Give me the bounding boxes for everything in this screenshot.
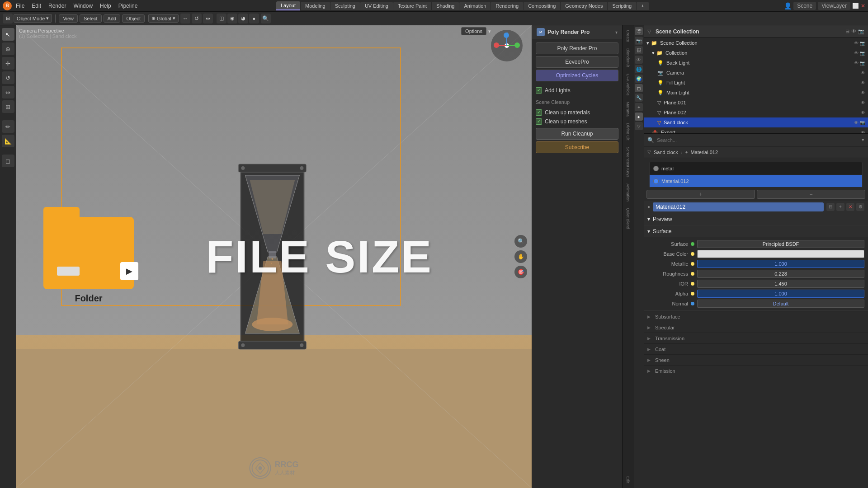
add-lights-row[interactable]: ✓ Add Lights (536, 86, 618, 95)
object-mode-dropdown[interactable]: Object Mode ▾ (14, 14, 52, 23)
eeveepro-btn[interactable]: EeveePro (536, 56, 618, 68)
camera-eye[interactable]: 👁 (861, 70, 865, 75)
props-scene-icon[interactable]: 🎬 (635, 27, 643, 35)
cleanup-meshes-row[interactable]: ✓ Clean up meshes (536, 117, 618, 126)
outliner-item-collection[interactable]: ▾ 📁 Collection 👁 📷 (644, 48, 868, 58)
zoom-btn[interactable]: 🔍 (514, 235, 527, 248)
mat-delete-btn[interactable]: ✕ (846, 203, 854, 211)
maximize-icon[interactable]: ⬜ (852, 3, 859, 9)
strip-create[interactable]: Create (625, 27, 631, 45)
tab-add[interactable]: + (637, 2, 648, 10)
measure-tool[interactable]: 📐 (2, 135, 14, 147)
backlight-render[interactable]: 📷 (860, 61, 865, 66)
tab-sculpting[interactable]: Sculpting (330, 2, 360, 10)
emission-row[interactable]: ▶ Emission (644, 365, 868, 376)
strip-blenderkit[interactable]: BlenderKit (625, 46, 631, 70)
outliner-filter-btn[interactable]: ⊟ (845, 28, 849, 34)
props-world-icon[interactable]: 🌍 (635, 75, 643, 83)
object-btn[interactable]: Object (122, 14, 145, 23)
filter-icon[interactable]: ▾ (862, 137, 864, 143)
sandclock-eye[interactable]: 👁 (854, 120, 859, 125)
props-output-icon[interactable]: 🖼 (635, 46, 643, 54)
tab-layout[interactable]: Layout (276, 1, 300, 10)
tab-geometry-nodes[interactable]: Geometry Nodes (561, 2, 607, 10)
material-search-input[interactable] (657, 137, 859, 143)
strip-animation[interactable]: Animation (625, 181, 631, 204)
solid-btn[interactable]: ◉ (227, 14, 237, 23)
strip-marama[interactable]: Marama (625, 99, 631, 119)
select-tool[interactable]: ↖ (2, 28, 14, 41)
strip-ufa-vehicle[interactable]: UFA Vehicle (625, 71, 631, 99)
add-lights-checkbox[interactable]: ✓ (536, 87, 542, 94)
props-render-icon[interactable]: 📷 (635, 37, 643, 45)
add-btn[interactable]: Add (104, 14, 121, 23)
cleanup-meshes-checkbox[interactable]: ✓ (536, 118, 542, 125)
export-eye[interactable]: 👁 (861, 130, 865, 134)
close-icon[interactable]: ✕ (861, 3, 865, 9)
metallic-value[interactable]: 1.000 (697, 260, 864, 268)
menu-file[interactable]: File (13, 2, 28, 10)
poly-render-header[interactable]: P Poly Render Pro ▾ (532, 25, 622, 39)
tab-texture-paint[interactable]: Texture Paint (393, 2, 431, 10)
strip-screencast[interactable]: Screencast Keys (625, 144, 631, 180)
outliner-item-camera[interactable]: 📷 Camera 👁 (644, 68, 868, 78)
mainlight-eye[interactable]: 👁 (861, 90, 865, 95)
sheen-row[interactable]: ▶ Sheen (644, 354, 868, 365)
outliner-item-plane001[interactable]: ▽ Plane.001 👁 (644, 98, 868, 108)
specular-row[interactable]: ▶ Specular (644, 322, 868, 333)
mat-settings-btn[interactable]: ⚙ (856, 203, 864, 211)
scale-tool[interactable]: ⇔ (2, 86, 14, 99)
outliner-item-sand-clock[interactable]: ▽ Sand clock 👁 📷 (644, 117, 868, 127)
fly-btn[interactable]: ✋ (514, 250, 527, 263)
base-color-value[interactable] (697, 250, 864, 258)
props-scene2-icon[interactable]: 🌐 (635, 65, 643, 73)
rotate-icon[interactable]: ↺ (192, 14, 202, 23)
material-add-btn[interactable]: + (646, 190, 755, 199)
filllight-eye[interactable]: 👁 (861, 80, 865, 85)
menu-pipeline[interactable]: Pipeline (115, 2, 141, 10)
cursor-tool[interactable]: ⊕ (2, 42, 14, 55)
vis-render[interactable]: 📷 (860, 41, 865, 46)
breadcrumb-sand-clock[interactable]: Sand clock (654, 150, 678, 155)
viewport[interactable]: Camera Perspective (1) Collection | Sand… (16, 25, 532, 488)
outliner-filter-icon[interactable]: ▽ (647, 28, 651, 34)
outliner-item-back-light[interactable]: 💡 Back Light 👁 📷 (644, 58, 868, 68)
strip-divine-cit[interactable]: Divine Cit (625, 120, 631, 143)
plane001-eye[interactable]: 👁 (861, 100, 865, 105)
run-cleanup-btn[interactable]: Run Cleanup (536, 128, 618, 140)
props-modifier-icon[interactable]: 🔧 (635, 94, 643, 102)
outliner-item-plane002[interactable]: ▽ Plane.002 👁 (644, 108, 868, 117)
menu-edit[interactable]: Edit (28, 2, 44, 10)
view-btn[interactable]: View (59, 14, 78, 23)
rendered-btn[interactable]: ● (249, 14, 259, 23)
outliner-item-scene-collection[interactable]: ▾ 📁 Scene Collection 👁 📷 (644, 38, 868, 48)
backlight-eye[interactable]: 👁 (854, 61, 859, 66)
scale-icon[interactable]: ⇔ (203, 14, 213, 23)
normal-value[interactable]: Default (697, 300, 864, 308)
snap-btn[interactable]: 🎯 (514, 266, 527, 278)
plane002-eye[interactable]: 👁 (861, 110, 865, 115)
breadcrumb-material[interactable]: Material.012 (691, 150, 718, 155)
scene-name[interactable]: Scene (793, 2, 816, 10)
nav-gizmo-sphere[interactable]: -X X Z (491, 30, 523, 61)
outliner-render-btn[interactable]: 📷 (858, 28, 864, 34)
outliner-item-fill-light[interactable]: 💡 Fill Light 👁 (644, 78, 868, 88)
transform-icon[interactable]: ↔ (180, 14, 190, 23)
cleanup-materials-row[interactable]: ✓ Clean up materials (536, 108, 618, 117)
menu-window[interactable]: Window (70, 2, 96, 10)
chevron-down-icon[interactable]: ▾ (488, 28, 491, 34)
tab-uv-editing[interactable]: UV Editing (360, 2, 393, 10)
user-icon[interactable]: 👤 (784, 2, 792, 9)
view-layer[interactable]: ViewLayer (818, 2, 850, 10)
props-data-icon[interactable]: ▽ (635, 122, 643, 130)
coll-vis-eye[interactable]: 👁 (854, 51, 859, 56)
props-object-icon[interactable]: ◻ (635, 84, 643, 92)
tab-compositing[interactable]: Compositing (524, 2, 560, 10)
annotate-tool[interactable]: ✏ (2, 120, 14, 133)
object-mode-icon[interactable]: ⊞ (3, 14, 13, 23)
strip-edit[interactable]: Edit (625, 474, 631, 486)
roughness-value[interactable]: 0.228 (697, 270, 864, 278)
alpha-value[interactable]: 1.000 (697, 290, 864, 298)
props-particles-icon[interactable]: ✦ (635, 103, 643, 111)
menu-render[interactable]: Render (45, 2, 69, 10)
